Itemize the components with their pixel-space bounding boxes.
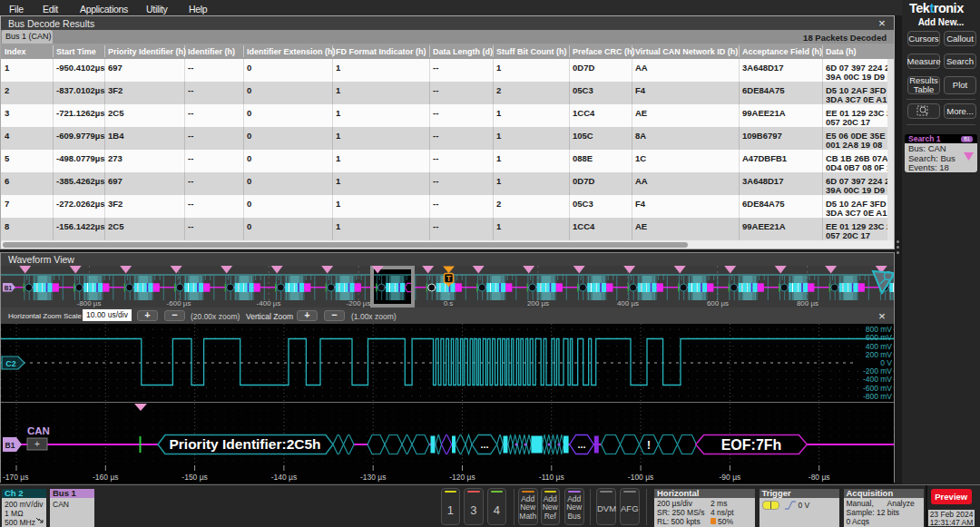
svg-text:-800 µs: -800 µs bbox=[77, 299, 102, 307]
svg-text:CAN: CAN bbox=[27, 425, 50, 436]
svg-text:-800 mV: -800 mV bbox=[863, 392, 892, 401]
svg-text:-600 µs: -600 µs bbox=[167, 299, 191, 307]
svg-text:400 µs: 400 µs bbox=[617, 299, 639, 307]
svg-text:-160 µs: -160 µs bbox=[93, 473, 119, 482]
svg-text:+: + bbox=[34, 439, 40, 449]
svg-text:200 µs: 200 µs bbox=[527, 299, 549, 307]
svg-text:Priority Identifier:2C5h: Priority Identifier:2C5h bbox=[169, 436, 320, 452]
svg-text:-140 µs: -140 µs bbox=[271, 473, 298, 482]
svg-text:T: T bbox=[446, 274, 452, 283]
svg-text:-90 µs: -90 µs bbox=[720, 473, 741, 482]
svg-text:600 µs: 600 µs bbox=[707, 299, 729, 307]
svg-text:B1: B1 bbox=[5, 285, 13, 291]
svg-text:-200 µs: -200 µs bbox=[347, 299, 371, 307]
svg-text:-100 µs: -100 µs bbox=[628, 473, 654, 482]
svg-text:-110 µs: -110 µs bbox=[539, 473, 564, 482]
svg-text:-80 µs: -80 µs bbox=[808, 473, 830, 482]
svg-text:-120 µs: -120 µs bbox=[449, 473, 475, 482]
svg-text:-400 µs: -400 µs bbox=[257, 299, 281, 307]
svg-text:B1: B1 bbox=[5, 441, 15, 450]
svg-text:0 s: 0 s bbox=[444, 299, 454, 307]
svg-text:-150 µs: -150 µs bbox=[181, 473, 208, 482]
svg-text:...: ... bbox=[577, 439, 585, 450]
svg-text:-130 µs: -130 µs bbox=[360, 473, 387, 482]
svg-text:-170 µs: -170 µs bbox=[3, 473, 29, 482]
svg-text:!: ! bbox=[647, 439, 651, 452]
svg-text:C2: C2 bbox=[5, 359, 16, 368]
svg-text:800 µs: 800 µs bbox=[797, 299, 818, 307]
svg-text:...: ... bbox=[480, 439, 488, 450]
svg-text:EOF:7Fh: EOF:7Fh bbox=[721, 437, 782, 453]
